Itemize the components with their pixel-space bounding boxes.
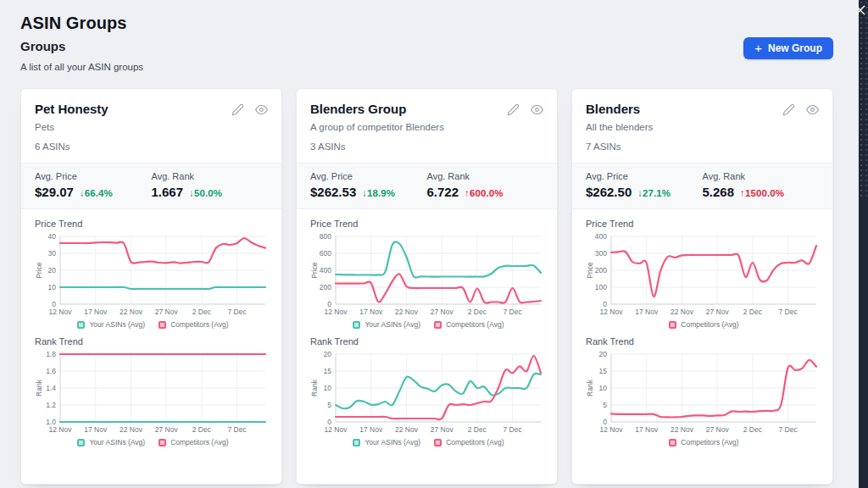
legend-label: Competitors (Avg)	[446, 438, 504, 446]
rank-trend-chart: 0510152012 Nov17 Nov22 Nov27 Nov2 Dec7 D…	[310, 349, 547, 446]
chart-legend: Competitors (Avg)	[586, 438, 822, 446]
legend-item: Competitors (Avg)	[434, 438, 504, 446]
svg-text:5: 5	[603, 401, 607, 409]
legend-swatch-icon	[159, 321, 166, 329]
legend-item: Your ASINs (Avg)	[77, 438, 145, 446]
chart-legend: Your ASINs (Avg)Competitors (Avg)	[310, 438, 547, 446]
legend-swatch-icon	[434, 321, 442, 329]
svg-text:7 Dec: 7 Dec	[228, 425, 248, 434]
rank-trend-chart: 0510152012 Nov17 Nov22 Nov27 Nov2 Dec7 D…	[586, 349, 822, 446]
group-description: All the blenders	[586, 122, 819, 132]
svg-text:12 Nov: 12 Nov	[325, 308, 348, 316]
price-trend-title: Price Trend	[586, 219, 822, 229]
svg-text:27 Nov: 27 Nov	[431, 425, 454, 434]
close-panel-button[interactable]	[854, 4, 866, 16]
asin-groups-panel: ASIN Groups Groups A list of all your AS…	[0, 0, 868, 485]
svg-text:Rank: Rank	[35, 379, 43, 396]
avg-price-delta: ↓66.4%	[80, 188, 113, 198]
avg-rank-delta: ↓50.0%	[189, 188, 222, 198]
avg-rank-label: Avg. Rank	[427, 171, 544, 181]
avg-rank-value: 6.722	[427, 185, 459, 199]
legend-label: Competitors (Avg)	[170, 320, 228, 329]
price-trend-title: Price Trend	[35, 219, 271, 229]
price-trend-chart: 01020304012 Nov17 Nov22 Nov27 Nov2 Dec7 …	[35, 231, 271, 329]
legend-swatch-icon	[77, 439, 85, 446]
legend-swatch-icon	[669, 439, 676, 446]
rank-trend-title: Rank Trend	[310, 336, 547, 347]
legend-label: Your ASINs (Avg)	[364, 438, 420, 446]
legend-label: Your ASINs (Avg)	[364, 320, 420, 329]
legend-swatch-icon	[669, 321, 676, 329]
asin-count: 7 ASINs	[586, 141, 819, 152]
svg-text:27 Nov: 27 Nov	[431, 308, 454, 316]
legend-label: Competitors (Avg)	[170, 438, 228, 446]
close-icon	[854, 4, 866, 16]
legend-label: Competitors (Avg)	[446, 320, 504, 329]
price-trend-title: Price Trend	[310, 219, 547, 229]
view-group-button[interactable]	[531, 103, 543, 116]
svg-text:17 Nov: 17 Nov	[359, 308, 383, 316]
svg-text:Price: Price	[35, 262, 43, 279]
svg-text:Price: Price	[310, 262, 319, 279]
group-card: Blenders All the blenders 7 ASINs Avg.	[571, 88, 833, 485]
edit-group-button[interactable]	[507, 103, 520, 116]
svg-text:800: 800	[320, 232, 331, 241]
eye-icon	[806, 103, 819, 116]
svg-text:2 Dec: 2 Dec	[192, 308, 212, 316]
svg-text:2 Dec: 2 Dec	[468, 308, 487, 316]
svg-text:1.6: 1.6	[46, 367, 56, 375]
svg-text:30: 30	[48, 249, 57, 258]
svg-text:7 Dec: 7 Dec	[228, 308, 248, 316]
svg-text:20: 20	[324, 350, 332, 358]
legend-item: Your ASINs (Avg)	[353, 320, 420, 329]
group-stats: Avg. Price $262.53 ↓18.9% Avg. Rank 6.72…	[297, 163, 557, 209]
svg-text:7 Dec: 7 Dec	[504, 308, 523, 316]
pencil-icon	[782, 103, 795, 116]
svg-text:7 Dec: 7 Dec	[779, 425, 798, 434]
group-description: A group of competitor Blenders	[310, 122, 543, 132]
edit-group-button[interactable]	[782, 103, 795, 116]
svg-text:40: 40	[48, 232, 57, 241]
group-stats: Avg. Price $29.07 ↓66.4% Avg. Rank 1.667…	[21, 163, 281, 209]
page-title: ASIN Groups	[20, 14, 833, 33]
svg-text:600: 600	[320, 249, 331, 258]
legend-label: Your ASINs (Avg)	[89, 438, 145, 446]
chart-legend: Your ASINs (Avg)Competitors (Avg)	[35, 320, 271, 329]
svg-text:15: 15	[599, 367, 608, 375]
svg-text:22 Nov: 22 Nov	[395, 425, 419, 434]
svg-text:17 Nov: 17 Nov	[635, 308, 659, 316]
avg-rank-label: Avg. Rank	[152, 171, 269, 181]
eye-icon	[255, 103, 268, 116]
svg-text:20: 20	[599, 350, 608, 358]
svg-text:22 Nov: 22 Nov	[395, 308, 419, 316]
svg-text:2 Dec: 2 Dec	[743, 308, 763, 316]
legend-item: Your ASINs (Avg)	[353, 438, 420, 446]
svg-text:200: 200	[320, 283, 331, 291]
avg-price-label: Avg. Price	[586, 171, 703, 181]
svg-text:2 Dec: 2 Dec	[192, 425, 212, 434]
legend-swatch-icon	[77, 321, 85, 329]
chart-legend: Competitors (Avg)	[586, 320, 822, 329]
avg-rank-delta: ↑1500.0%	[740, 188, 784, 198]
svg-text:2 Dec: 2 Dec	[468, 425, 487, 434]
svg-text:2 Dec: 2 Dec	[743, 425, 763, 434]
new-group-button[interactable]: + New Group	[743, 37, 833, 59]
group-description: Pets	[35, 122, 268, 132]
view-group-button[interactable]	[255, 103, 268, 116]
pencil-icon	[231, 103, 244, 116]
legend-swatch-icon	[353, 321, 360, 329]
asin-count: 3 ASINs	[310, 141, 543, 152]
svg-text:20: 20	[48, 266, 57, 274]
avg-rank-value: 1.667	[152, 185, 184, 199]
view-group-button[interactable]	[806, 103, 819, 116]
edit-group-button[interactable]	[231, 103, 244, 116]
avg-price-delta: ↓27.1%	[637, 188, 670, 198]
svg-text:1.4: 1.4	[46, 384, 56, 392]
legend-item: Competitors (Avg)	[159, 320, 228, 329]
group-card: Blenders Group A group of competitor Ble…	[296, 88, 558, 485]
avg-price-value: $262.50	[586, 185, 632, 199]
svg-text:12 Nov: 12 Nov	[49, 308, 73, 316]
plus-icon: +	[754, 42, 762, 54]
chart-legend: Your ASINs (Avg)Competitors (Avg)	[35, 438, 271, 446]
svg-text:400: 400	[320, 266, 331, 274]
